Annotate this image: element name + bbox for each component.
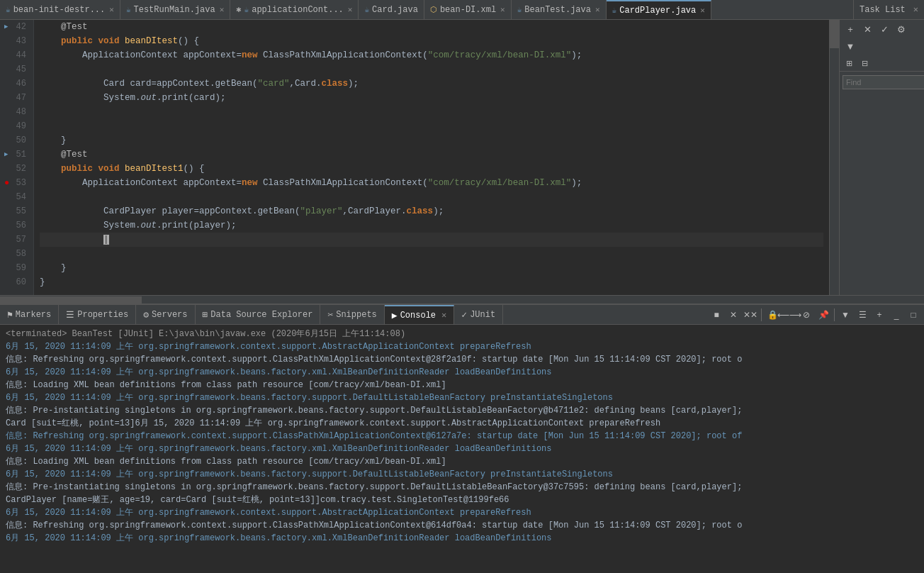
editor-tab-bar: ☕ bean-init-destr... ✕ ☕ TestRunMain.jav… bbox=[0, 0, 924, 20]
tab-bean-init[interactable]: ☕ bean-init-destr... ✕ bbox=[0, 0, 120, 19]
bookmark-icon: ▶ bbox=[4, 148, 8, 162]
servers-icon: ⚙ bbox=[143, 309, 149, 321]
task-list-close[interactable]: ✕ bbox=[913, 4, 918, 15]
console-line-3: 信息: Loading XML bean definitions from cl… bbox=[6, 379, 918, 391]
task-complete-button[interactable]: ✓ bbox=[877, 21, 892, 37]
tab-servers[interactable]: ⚙ Servers bbox=[136, 305, 195, 324]
console-word-wrap-button[interactable]: ⟵⟶ bbox=[782, 307, 797, 323]
java-file-icon: ☕ bbox=[6, 5, 11, 14]
editor-scrollbar[interactable] bbox=[829, 20, 839, 295]
console-display-select-button[interactable]: ▼ bbox=[838, 307, 853, 323]
line-num-42: ▶42 bbox=[3, 20, 30, 34]
editor-h-scrollbar[interactable] bbox=[0, 295, 924, 304]
tab-properties-label: Properties bbox=[77, 310, 128, 320]
console-stop-button[interactable]: ■ bbox=[709, 307, 724, 323]
console-remove-button[interactable]: ✕ bbox=[726, 307, 741, 323]
task-icon-btn-1[interactable]: ⊞ bbox=[843, 57, 855, 69]
junit-icon: ✓ bbox=[461, 309, 467, 321]
console-pin-button[interactable]: 📌 bbox=[816, 307, 831, 323]
tab-datasource[interactable]: ⊞ Data Source Explorer bbox=[196, 305, 321, 324]
console-line-12: CardPlayer [name=赌王, age=19, card=Card [… bbox=[6, 494, 918, 506]
line-num-50: 50 bbox=[3, 133, 30, 148]
tab-snippets[interactable]: ✂ Snippets bbox=[320, 305, 384, 324]
tab-markers-label: Markers bbox=[16, 310, 51, 320]
console-line-9: 信息: Loading XML bean definitions from cl… bbox=[6, 455, 918, 468]
task-settings-button[interactable]: ⚙ bbox=[894, 21, 909, 37]
console-toolbar-right: ■ ✕ ✕✕ 🔒 ⟵⟶ ⊘ 📌 ▼ ☰ + _ □ bbox=[706, 307, 924, 323]
code-line-54 bbox=[40, 190, 823, 204]
line-num-55: 55 bbox=[3, 204, 30, 218]
snippets-icon: ✂ bbox=[327, 309, 333, 321]
tab-cardplayer[interactable]: ☕ CardPlayer.java ✕ bbox=[607, 0, 711, 19]
xml-file-icon: ⬡ bbox=[430, 5, 437, 14]
console-open-button[interactable]: ☰ bbox=[855, 307, 870, 323]
console-clear-button[interactable]: ⊘ bbox=[799, 307, 814, 323]
line-num-43: 43 bbox=[3, 34, 30, 48]
close-icon[interactable]: ✕ bbox=[220, 5, 225, 14]
tab-servers-label: Servers bbox=[152, 310, 187, 320]
tab-snippets-label: Snippets bbox=[336, 310, 377, 320]
tab-markers[interactable]: ⚑ Markers bbox=[0, 305, 59, 324]
code-line-51: @Test bbox=[40, 148, 823, 162]
tab-applicationcont[interactable]: ✱ ☕ applicationCont... ✕ bbox=[230, 0, 359, 19]
code-line-58 bbox=[40, 247, 823, 261]
line-num-48: 48 bbox=[3, 105, 30, 119]
console-line-14: 信息: Refreshing org.springframework.conte… bbox=[6, 519, 918, 532]
java-file-icon: ☕ bbox=[244, 5, 249, 14]
close-icon[interactable]: ✕ bbox=[109, 5, 114, 14]
code-line-47: System.out.print(card); bbox=[40, 91, 823, 105]
task-icon-btn-2[interactable]: ⊟ bbox=[858, 57, 871, 69]
code-line-50: } bbox=[40, 133, 823, 148]
tab-properties[interactable]: ☰ Properties bbox=[59, 305, 136, 324]
line-num-51: ▶51 bbox=[3, 148, 30, 162]
close-icon[interactable]: ✕ bbox=[348, 5, 353, 14]
task-new-button[interactable]: + bbox=[843, 21, 858, 37]
breakpoint-icon: ● bbox=[4, 176, 9, 190]
java-file-icon: ☕ bbox=[364, 5, 369, 14]
console-line-7: 信息: Refreshing org.springframework.conte… bbox=[6, 430, 918, 443]
tab-label: CardPlayer.java bbox=[619, 6, 696, 16]
console-line-0: 6月 15, 2020 11:14:09 上午 org.springframew… bbox=[6, 340, 918, 353]
close-icon[interactable]: ✕ bbox=[700, 6, 705, 15]
task-delete-button[interactable]: ✕ bbox=[860, 21, 875, 37]
code-line-49 bbox=[40, 119, 823, 133]
bottom-tab-bar: ⚑ Markers ☰ Properties ⚙ Servers ⊞ Data … bbox=[0, 305, 924, 325]
tab-beandi[interactable]: ⬡ bean-DI.xml ✕ bbox=[424, 0, 512, 19]
scroll-thumb bbox=[829, 20, 839, 48]
console-line-1: 信息: Refreshing org.springframework.conte… bbox=[6, 353, 918, 366]
tab-testrunmain[interactable]: ☕ TestRunMain.java ✕ bbox=[120, 0, 230, 19]
tab-beantest[interactable]: ☕ BeanTest.java ✕ bbox=[512, 0, 607, 19]
line-num-54: 54 bbox=[3, 190, 30, 204]
console-new-button[interactable]: + bbox=[872, 307, 887, 323]
tab-console[interactable]: ▶ Console ✕ bbox=[385, 305, 454, 324]
line-num-52: 52 bbox=[3, 162, 30, 176]
tab-label: bean-DI.xml bbox=[440, 5, 496, 15]
tab-card[interactable]: ☕ Card.java bbox=[359, 0, 424, 19]
console-line-2: 6月 15, 2020 11:14:09 上午 org.springframew… bbox=[6, 366, 918, 379]
editor-area: ▶42 43 44 45 46 47 48 49 50 ▶51 52 ●53 5… bbox=[0, 20, 924, 295]
code-line-42: @Test bbox=[40, 20, 823, 34]
close-icon[interactable]: ✕ bbox=[595, 5, 600, 14]
console-line-11: 信息: Pre-instantiating singletons in org.… bbox=[6, 481, 918, 494]
console-remove-all-button[interactable]: ✕✕ bbox=[743, 307, 758, 323]
task-find-row: 🔍 All bbox=[840, 72, 924, 93]
console-terminated-line: <terminated> BeanTest [JUnit] E:\java\bi… bbox=[6, 328, 918, 340]
task-find-input[interactable] bbox=[843, 75, 924, 89]
code-line-60: } bbox=[40, 275, 823, 289]
line-num-59: 59 bbox=[3, 261, 30, 275]
tab-junit[interactable]: ✓ JUnit bbox=[454, 305, 503, 324]
code-line-43: public void beanDItest() { bbox=[40, 34, 823, 48]
code-editor[interactable]: @Test public void beanDItest() { Applica… bbox=[34, 20, 829, 295]
close-icon[interactable]: ✕ bbox=[500, 5, 505, 14]
task-list-header: Task List ✕ bbox=[853, 0, 924, 19]
line-num-44: 44 bbox=[3, 48, 30, 62]
console-line-5: 信息: Pre-instantiating singletons in org.… bbox=[6, 404, 918, 417]
console-maximize-button[interactable]: □ bbox=[906, 307, 921, 323]
console-content[interactable]: <terminated> BeanTest [JUnit] E:\java\bi… bbox=[0, 325, 924, 573]
h-scroll-thumb bbox=[0, 296, 142, 304]
line-num-47: 47 bbox=[3, 91, 30, 105]
task-expand-button[interactable]: ▼ bbox=[843, 38, 858, 54]
console-minimize-button[interactable]: _ bbox=[889, 307, 904, 323]
tab-datasource-label: Data Source Explorer bbox=[210, 310, 312, 320]
console-close-icon[interactable]: ✕ bbox=[441, 310, 446, 321]
